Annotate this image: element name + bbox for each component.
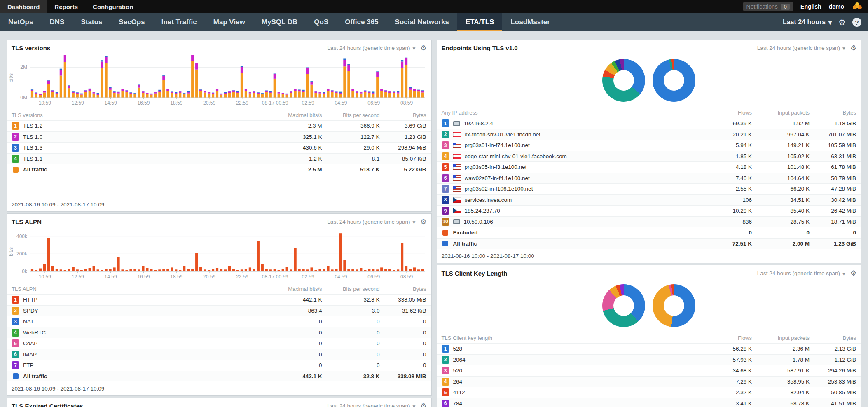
svg-text:bit/s: bit/s <box>8 73 14 82</box>
cell-value: 587.91 K <box>756 367 814 374</box>
table-row[interactable]: 2206457.93 K1.78 M1.12 GiB <box>437 354 861 365</box>
tab-social-networks[interactable]: Social Networks <box>387 13 457 31</box>
table-row[interactable]: 7FTP000 <box>7 360 431 371</box>
table-row[interactable]: 3TLS 1.3430.6 K29.0 K298.94 MiB <box>7 142 431 153</box>
column-header[interactable]: Bytes <box>814 110 861 116</box>
user-menu[interactable]: demo <box>829 3 844 10</box>
table-row[interactable]: 6IMAP000 <box>7 349 431 360</box>
panel-time-span[interactable]: Last 24 hours (generic time span) ▾ <box>327 45 415 51</box>
dashboard-settings-gear-icon[interactable]: ⚙ <box>838 17 846 27</box>
table-row[interactable]: 541122.32 K82.94 K50.85 MiB <box>437 387 861 398</box>
table-row[interactable]: 4TLS 1.11.2 K8.185.07 KiB <box>7 153 431 164</box>
series-rank-badge: 1 <box>12 296 19 304</box>
key-length-table: TLS Client key lengthFlowsInput packetsB… <box>437 333 861 407</box>
cell-value: 50.79 MiB <box>814 175 861 181</box>
column-header[interactable]: Bytes <box>384 286 431 292</box>
cell-value: 298.94 MiB <box>384 145 431 151</box>
column-header[interactable]: TLS ALPN <box>7 286 258 292</box>
tab-dns[interactable]: DNS <box>41 13 73 31</box>
panel-time-span[interactable]: Last 24 hours (generic time span) ▾ <box>327 219 415 225</box>
tab-status[interactable]: Status <box>73 13 110 31</box>
panel-time-span[interactable]: Last 24 hours (generic time span) ▾ <box>327 403 415 407</box>
column-header[interactable]: Bytes <box>384 112 431 118</box>
table-row[interactable]: 67843.41 K68.78 K41.51 MiB <box>437 398 861 407</box>
tab-netops[interactable]: NetOps <box>0 13 41 31</box>
flag-us-icon <box>453 186 461 192</box>
panel-settings-gear-icon[interactable]: ⚙ <box>850 269 856 278</box>
tab-secops[interactable]: SecOps <box>110 13 153 31</box>
column-header[interactable]: Maximal bits/s <box>258 112 326 118</box>
column-header[interactable]: Input packets <box>756 110 814 116</box>
cell-value: 66.20 K <box>756 186 814 192</box>
svg-text:2M: 2M <box>20 64 27 70</box>
table-row[interactable]: 4WebRTC000 <box>7 327 431 338</box>
column-header[interactable]: Any IP address <box>437 110 688 116</box>
table-row[interactable]: 5CoAP000 <box>7 338 431 349</box>
cell-value: 0 <box>756 229 814 236</box>
series-rank-badge: 3 <box>442 367 449 374</box>
table-row[interactable]: 1010.59.0.10683628.75 K18.71 MiB <box>437 216 861 227</box>
table-row[interactable]: 4edge-star-mini-shv-01-vie1.facebook.com… <box>437 151 861 162</box>
table-row[interactable]: 2TLS 1.0325.1 K122.7 K1.23 GiB <box>7 131 431 143</box>
table-row[interactable]: 9185.24.237.7010.29 K85.40 K26.42 MiB <box>437 205 861 216</box>
panel-settings-gear-icon[interactable]: ⚙ <box>420 218 426 226</box>
table-row[interactable]: 352034.68 K587.91 K294.26 MiB <box>437 365 861 376</box>
notifications-button[interactable]: Notifications 0 <box>743 2 793 11</box>
table-row[interactable]: 152856.28 K2.36 M2.13 GiB <box>437 343 861 354</box>
column-header[interactable]: TLS versions <box>7 112 258 118</box>
column-header[interactable]: Maximal bits/s <box>258 286 326 292</box>
table-row[interactable]: 3prg03s01-in-f74.1e100.net5.94 K149.21 K… <box>437 140 861 151</box>
language-selector[interactable]: English <box>800 3 821 10</box>
column-header[interactable]: TLS Client key length <box>437 335 688 341</box>
panel-time-span[interactable]: Last 24 hours (generic time span) ▾ <box>757 270 845 277</box>
row-label: HTTP <box>23 297 37 303</box>
table-row[interactable]: Excluded000 <box>437 227 861 238</box>
tab-eta-tls[interactable]: ETA/TLS <box>457 13 503 31</box>
column-header[interactable]: Input packets <box>756 335 814 341</box>
column-header[interactable]: Flows <box>688 335 756 341</box>
global-time-range-select[interactable]: Last 24 hours ▾ <box>783 19 832 26</box>
column-header[interactable]: Bits per second <box>326 286 384 292</box>
table-row[interactable]: All traffic2.5 M518.7 K5.22 GiB <box>7 164 431 175</box>
cell-value: 0 <box>384 340 431 346</box>
panel-time-span[interactable]: Last 24 hours (generic time span) ▾ <box>757 45 845 51</box>
tab-inet-traffic[interactable]: Inet Traffic <box>153 13 205 31</box>
panel-settings-gear-icon[interactable]: ⚙ <box>420 44 426 52</box>
table-row[interactable]: 8services.invea.com10634.51 K30.42 MiB <box>437 194 861 206</box>
table-row[interactable]: 2xx-fbcdn-shv-01-vie1.fbcdn.net20.21 K99… <box>437 129 861 140</box>
tab-map-view[interactable]: Map View <box>205 13 253 31</box>
dashboard-content: TLS versions Last 24 hours (generic time… <box>0 31 868 407</box>
topbar-menu-configuration[interactable]: Configuration <box>85 0 140 13</box>
flag-us-icon <box>453 164 461 170</box>
column-header[interactable]: Flows <box>688 110 756 116</box>
column-header[interactable]: Bits per second <box>326 112 384 118</box>
time-span-label: Last 24 hours (generic time span) <box>327 403 410 407</box>
help-icon[interactable]: ? <box>852 18 861 27</box>
cell-value: 41.51 MiB <box>814 400 861 407</box>
table-row[interactable]: 3NAT000 <box>7 316 431 327</box>
panel-settings-gear-icon[interactable]: ⚙ <box>420 402 426 407</box>
series-rank-badge: 5 <box>442 388 449 396</box>
table-row[interactable]: All traffic442.1 K32.8 K338.08 MiB <box>7 371 431 382</box>
tab-qos[interactable]: QoS <box>306 13 337 31</box>
tab-office-365[interactable]: Office 365 <box>337 13 386 31</box>
table-row[interactable]: 5prg03s05-in-f3.1e100.net4.18 K101.48 K6… <box>437 161 861 173</box>
tab-mysql-db[interactable]: MySQL DB <box>253 13 306 31</box>
table-row[interactable]: All traffic72.51 K2.00 M1.23 GiB <box>437 238 861 249</box>
table-row[interactable]: 42647.29 K358.95 K253.83 MiB <box>437 376 861 387</box>
table-row[interactable]: 1192.168.2.469.39 K1.92 M1.18 GiB <box>437 118 861 129</box>
table-row[interactable]: 2SPDY863.43.031.62 KiB <box>7 305 431 316</box>
topbar-menu-reports[interactable]: Reports <box>47 0 85 13</box>
panel-settings-gear-icon[interactable]: ⚙ <box>850 44 856 52</box>
table-row[interactable]: 1TLS 1.22.3 M366.9 K3.69 GiB <box>7 120 431 131</box>
donut-hole <box>664 70 684 91</box>
column-header[interactable]: Bytes <box>814 335 861 341</box>
panel-title: Endpoints Using TLS v1.0 <box>442 44 518 51</box>
table-row[interactable]: 7prg03s02-in-f106.1e100.net2.55 K66.20 K… <box>437 183 861 194</box>
table-row[interactable]: 6waw02s07-in-f4.1e100.net7.40 K104.64 K5… <box>437 173 861 184</box>
cell-value: 105.02 K <box>756 153 814 159</box>
tab-loadmaster[interactable]: LoadMaster <box>502 13 558 31</box>
series-rank-badge: 8 <box>442 196 449 204</box>
topbar-menu-dashboard[interactable]: Dashboard <box>0 0 47 13</box>
table-row[interactable]: 1HTTP442.1 K32.8 K338.05 MiB <box>7 294 431 305</box>
